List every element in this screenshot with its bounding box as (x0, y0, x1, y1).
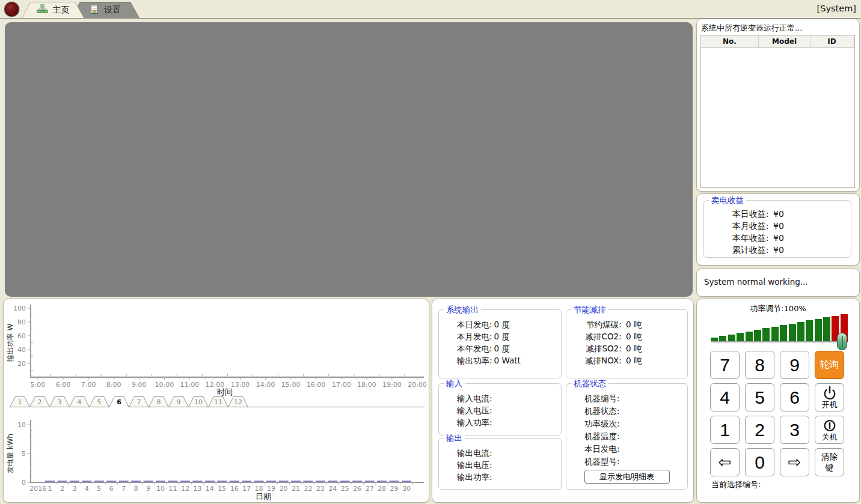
status-message: System normal working... (704, 277, 808, 287)
svg-text:23: 23 (316, 485, 325, 493)
power-on-button[interactable]: 开机 (815, 383, 844, 411)
machine-status-item: 机器状态: (584, 405, 687, 417)
machine-status-item: 机器型号: (584, 455, 687, 468)
output-item: 输出电流: (457, 447, 561, 459)
svg-text:14: 14 (206, 485, 214, 493)
svg-text:7: 7 (121, 485, 126, 493)
svg-text:12: 12 (181, 485, 189, 493)
svg-text:2: 2 (60, 485, 64, 493)
svg-text:26: 26 (353, 485, 361, 493)
key-5[interactable]: 5 (745, 383, 774, 411)
power-on-icon (822, 386, 838, 401)
app-window: 主页 设置 [System] 系统中所有逆变器运行正 (0, 0, 861, 504)
svg-text:17: 17 (242, 485, 251, 493)
revenue-item: 本月收益: ¥0 (704, 220, 851, 232)
svg-text:14:00: 14:00 (256, 381, 275, 389)
system-label: [System] (817, 4, 856, 13)
document-icon (90, 4, 99, 16)
revenue-item: 本年收益: ¥0 (704, 232, 851, 244)
power-slider-track[interactable] (711, 341, 845, 342)
inverter-table: No.ModelID (700, 35, 855, 188)
key-7[interactable]: 7 (710, 351, 740, 379)
clear-key-button[interactable]: 清除键 (815, 448, 844, 476)
key-6[interactable]: 6 (780, 383, 809, 411)
inverter-list-panel: 系统中所有逆变器运行正常... No.ModelID (696, 19, 860, 192)
output-groupbox: 输出 输出电流:输出电压:输出功率: (438, 438, 562, 490)
svg-text:20: 20 (17, 360, 26, 368)
svg-text:29: 29 (390, 485, 399, 493)
machine-status-groupbox: 机器状态 机器编号:机器状态:功率级次:机器温度:本日发电:机器型号: 显示发电… (566, 383, 688, 490)
meter-bar (806, 320, 813, 342)
machine-status-item: 功率级次: (584, 417, 687, 430)
input-item: 输入功率: (457, 416, 561, 428)
svg-text:28: 28 (378, 485, 386, 493)
input-title: 输入 (444, 378, 465, 389)
key-0[interactable]: 0 (745, 448, 774, 476)
month-tab-12[interactable]: 12 (228, 396, 248, 407)
top-tab-bar: 主页 设置 [System] (0, 0, 861, 19)
meter-bar (789, 324, 796, 342)
inverter-table-body (701, 48, 854, 187)
machine-status-item: 本日发电: (584, 443, 687, 455)
svg-text:4: 4 (85, 485, 89, 493)
svg-text:5: 5 (97, 485, 101, 493)
month-tab-9[interactable]: 9 (168, 396, 189, 407)
system-output-title: 系统输出 (444, 305, 481, 315)
month-tab-6[interactable]: 6 (109, 396, 129, 407)
tab-home[interactable]: 主页 (22, 2, 84, 18)
input-item: 输入电压: (457, 404, 561, 416)
svg-text:13: 13 (193, 485, 201, 493)
power-adjust-title: 功率调节:100% (697, 303, 859, 314)
month-tab-7[interactable]: 7 (129, 396, 149, 407)
power-off-button[interactable]: 关机 (815, 416, 844, 444)
key-4[interactable]: 4 (710, 383, 740, 411)
month-tab-11[interactable]: 11 (208, 396, 228, 407)
poll-button[interactable]: 轮询 (815, 351, 844, 379)
svg-text:17:00: 17:00 (332, 381, 351, 389)
month-tab-baseline (10, 407, 109, 407)
svg-text:发电量 kWh: 发电量 kWh (6, 434, 14, 473)
key-2[interactable]: 2 (745, 416, 774, 444)
key-9[interactable]: 9 (780, 351, 809, 379)
key-3[interactable]: 3 (780, 416, 809, 444)
svg-text:7:00: 7:00 (81, 381, 96, 389)
status-message-panel: System normal working... (696, 269, 860, 297)
meter-bar (780, 325, 787, 342)
month-tab-10[interactable]: 10 (188, 396, 209, 407)
month-tab-5[interactable]: 5 (89, 396, 109, 407)
month-tab-8[interactable]: 8 (149, 396, 169, 407)
machine-status-item: 机器温度: (584, 430, 687, 443)
arrow-left-button[interactable]: ⇦ (710, 448, 740, 476)
svg-text:5: 5 (22, 450, 26, 458)
table-header-model: Model (759, 35, 810, 47)
current-selection-label: 当前选择编号: (711, 479, 761, 490)
system-output-item: 输出功率:0 Watt (457, 354, 561, 366)
arrow-right-button[interactable]: ⇨ (780, 448, 809, 476)
revenue-groupbox: 卖电收益 本日收益: ¥0本月收益: ¥0本年收益: ¥0累计收益: ¥0 (703, 200, 851, 258)
month-tab-2[interactable]: 2 (29, 396, 50, 407)
svg-text:10: 10 (156, 485, 165, 493)
month-tab-4[interactable]: 4 (69, 396, 90, 407)
inverter-info-panel: 系统输出 本日发电:0 度本月发电:0 度本年发电:0 度输出功率:0 Watt… (432, 299, 694, 503)
revenue-title: 卖电收益 (709, 195, 746, 206)
svg-text:60: 60 (17, 332, 26, 340)
meter-bar (815, 319, 822, 342)
input-groupbox: 输入 输入电流:输入电压:输入功率: (438, 383, 562, 436)
energy-saving-item: 减排SO2: 0 吨 (574, 342, 687, 354)
table-header-no: No. (701, 35, 759, 47)
svg-text:3: 3 (72, 485, 76, 493)
month-tab-1[interactable]: 1 (10, 396, 30, 407)
tab-home-label: 主页 (53, 5, 70, 16)
month-tab-3[interactable]: 3 (49, 396, 70, 407)
month-tab-baseline (129, 407, 424, 407)
svg-text:20: 20 (280, 485, 288, 493)
svg-text:8: 8 (134, 485, 138, 493)
show-generation-detail-button[interactable]: 显示发电明细表 (584, 470, 670, 484)
svg-text:18:00: 18:00 (357, 381, 376, 389)
svg-text:27: 27 (366, 485, 374, 493)
system-output-item: 本年发电:0 度 (457, 342, 561, 354)
key-8[interactable]: 8 (745, 351, 774, 379)
inverter-table-header: No.ModelID (701, 35, 854, 48)
key-1[interactable]: 1 (710, 416, 740, 444)
power-slider-handle[interactable] (837, 333, 847, 350)
